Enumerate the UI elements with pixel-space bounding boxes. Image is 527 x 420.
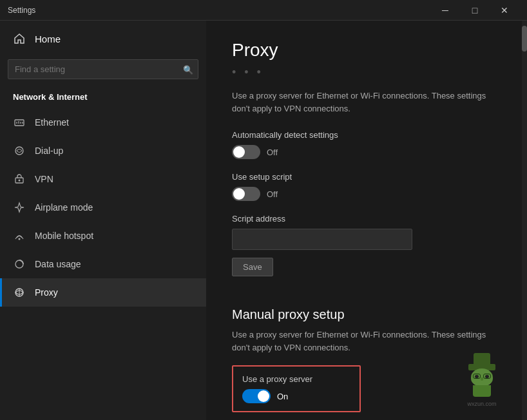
titlebar: Settings ─ □ ✕ xyxy=(0,0,527,21)
sidebar-item-proxy[interactable]: Proxy xyxy=(0,278,206,307)
content-area: Proxy • • • Use a proxy server for Ether… xyxy=(206,21,527,420)
use-proxy-knob xyxy=(258,390,269,402)
ethernet-icon xyxy=(13,116,26,129)
manual-proxy-heading: Manual proxy setup xyxy=(232,307,501,322)
manual-proxy-section: Manual proxy setup Use a proxy server fo… xyxy=(232,307,501,412)
character-image xyxy=(463,353,501,398)
save-button[interactable]: Save xyxy=(232,258,273,276)
search-box: 🔍 xyxy=(8,59,198,79)
vpn-icon xyxy=(13,173,26,186)
sidebar-nav: Ethernet Dial-up xyxy=(0,108,206,420)
watermark: wxzun.com xyxy=(463,353,501,407)
sidebar-item-dialup[interactable]: Dial-up xyxy=(0,137,206,165)
sidebar-item-vpn[interactable]: VPN xyxy=(0,165,206,193)
sidebar-item-hotspot[interactable]: Mobile hotspot xyxy=(0,222,206,250)
script-address-input[interactable] xyxy=(232,229,412,250)
setup-script-knob xyxy=(233,188,245,200)
scrollbar-thumb[interactable] xyxy=(522,26,527,52)
maximize-button[interactable]: □ xyxy=(460,0,490,21)
use-proxy-label: Use a proxy server xyxy=(242,374,350,384)
auto-detect-section: Automatically detect settings Off xyxy=(232,130,501,159)
hotspot-icon xyxy=(13,229,26,242)
proxy-icon xyxy=(13,286,26,299)
ethernet-label: Ethernet xyxy=(35,117,69,128)
sidebar-item-ethernet[interactable]: Ethernet xyxy=(0,108,206,137)
setup-script-toggle-row: Off xyxy=(232,187,501,201)
setup-script-state: Off xyxy=(267,189,278,199)
search-input[interactable] xyxy=(8,59,198,79)
manual-proxy-desc: Use a proxy server for Ethernet or Wi-Fi… xyxy=(232,329,501,354)
sidebar-item-data[interactable]: Data usage xyxy=(0,250,206,278)
script-address-label: Script address xyxy=(232,214,501,224)
data-usage-icon xyxy=(13,258,26,271)
sidebar-home-item[interactable]: Home xyxy=(0,21,206,57)
use-proxy-box: Use a proxy server On xyxy=(232,365,361,412)
app-body: Home 🔍 Network & Internet Ethernet xyxy=(0,21,527,420)
script-address-section: Script address Save xyxy=(232,214,501,294)
vpn-label: VPN xyxy=(35,174,53,184)
auto-detect-label: Automatically detect settings xyxy=(232,130,501,140)
setup-script-label: Use setup script xyxy=(232,172,501,182)
app-title: Settings xyxy=(8,6,430,15)
minimize-button[interactable]: ─ xyxy=(430,0,460,21)
data-usage-label: Data usage xyxy=(35,259,81,269)
sidebar: Home 🔍 Network & Internet Ethernet xyxy=(0,21,206,420)
sidebar-section-title: Network & Internet xyxy=(0,90,206,108)
scrollbar-track[interactable] xyxy=(522,21,527,420)
use-proxy-toggle[interactable] xyxy=(242,389,271,403)
proxy-label: Proxy xyxy=(35,287,58,298)
search-icon[interactable]: 🔍 xyxy=(183,64,193,74)
setup-script-section: Use setup script Off xyxy=(232,172,501,201)
svg-point-7 xyxy=(19,180,21,182)
auto-detect-toggle[interactable] xyxy=(232,145,260,159)
sidebar-item-airplane[interactable]: Airplane mode xyxy=(0,193,206,222)
auto-detect-knob xyxy=(233,146,245,158)
home-icon xyxy=(13,32,26,45)
auto-detect-toggle-row: Off xyxy=(232,145,501,159)
close-button[interactable]: ✕ xyxy=(490,0,519,21)
home-label: Home xyxy=(35,33,61,44)
airplane-icon xyxy=(13,201,26,214)
window-controls: ─ □ ✕ xyxy=(430,0,519,21)
dots-decoration: • • • xyxy=(232,66,501,79)
use-proxy-state: On xyxy=(277,392,288,401)
page-title: Proxy xyxy=(232,40,501,61)
use-proxy-toggle-row: On xyxy=(242,389,350,403)
auto-detect-state: Off xyxy=(267,148,278,157)
proxy-description: Use a proxy server for Ethernet or Wi-Fi… xyxy=(232,90,501,115)
airplane-label: Airplane mode xyxy=(35,202,93,213)
svg-point-8 xyxy=(19,238,21,240)
dialup-label: Dial-up xyxy=(35,146,63,156)
watermark-text: wxzun.com xyxy=(467,401,496,407)
dialup-icon xyxy=(13,144,26,157)
hotspot-label: Mobile hotspot xyxy=(35,231,93,241)
setup-script-toggle[interactable] xyxy=(232,187,260,201)
